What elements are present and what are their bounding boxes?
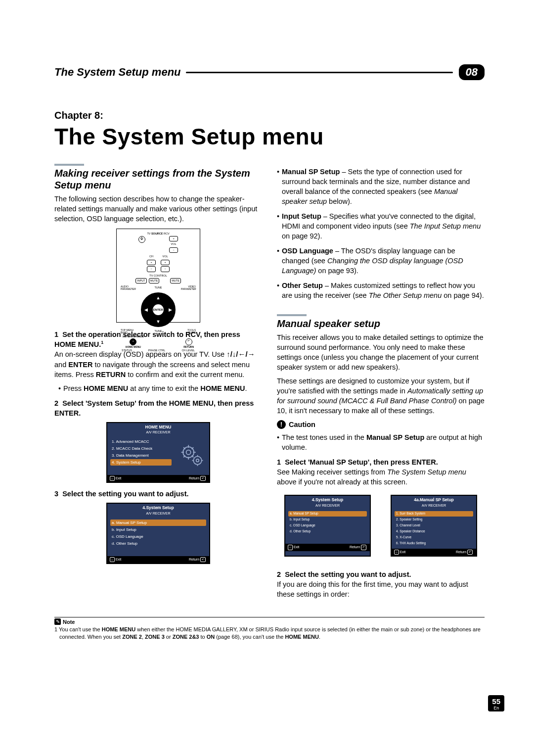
osd-system-setup-small: 4.System Setup A/V RECEIVER a. Manual SP… bbox=[284, 495, 371, 557]
bullet-input-setup: • Input Setup – Specifies what you've co… bbox=[277, 211, 485, 241]
footnote-text: 1 You can't use the HOME MENU when eithe… bbox=[54, 626, 485, 641]
section-title-manual-speaker: Manual speaker setup bbox=[277, 318, 485, 330]
svg-point-3 bbox=[196, 459, 199, 462]
chapter-header: The System Setup menu 08 bbox=[54, 64, 485, 80]
bullet-manual-sp-setup: • Manual SP Setup – Sets the type of con… bbox=[277, 167, 485, 206]
remote-illustration: TV SOURCE RCV ⏻ + VOL − CH + − VOL + bbox=[116, 229, 200, 323]
note-heading: ✎ Note bbox=[54, 618, 485, 625]
caution-bullet: • The test tones used in the Manual SP S… bbox=[277, 432, 485, 452]
step-1-body: An on-screen display (OSD) appears on yo… bbox=[54, 349, 262, 379]
left-column: Making receiver settings from the System… bbox=[54, 164, 262, 603]
navigation-dial: ▲ ▼ ◀ ▶ ENTER bbox=[141, 292, 176, 327]
osd-system-setup: 4.System Setup A/V RECEIVER a. Manual SP… bbox=[106, 503, 210, 564]
arrow-icons: ↑/↓/←/→ bbox=[226, 350, 255, 358]
step-3: 3 Select the setting you want to adjust. bbox=[54, 489, 262, 499]
bullet-osd-language: • OSD Language – The OSD's display langu… bbox=[277, 246, 485, 276]
manual-speaker-p2: These settings are designed to customize… bbox=[277, 376, 485, 416]
section-rule bbox=[277, 314, 307, 316]
page-number-badge: 55 En bbox=[488, 695, 504, 711]
caution-heading: ! Caution bbox=[277, 420, 485, 429]
chapter-number-badge: 08 bbox=[459, 64, 485, 80]
chapter-title: The System Setup menu bbox=[54, 123, 485, 150]
section-title-making-settings: Making receiver settings from the System… bbox=[54, 167, 262, 191]
manual-speaker-p1: This receiver allows you to make detaile… bbox=[277, 332, 485, 372]
svg-point-1 bbox=[186, 450, 190, 454]
step-1-bullet: • Press HOME MENU at any time to exit th… bbox=[58, 383, 262, 393]
right-step-1-body: See Making receiver settings from The Sy… bbox=[277, 467, 485, 487]
gear-icon bbox=[178, 442, 206, 470]
right-step-2: 2 Select the setting you want to adjust. bbox=[277, 569, 485, 579]
right-column: • Manual SP Setup – Sets the type of con… bbox=[277, 164, 485, 603]
svg-point-2 bbox=[193, 456, 202, 465]
bullet-other-setup: • Other Setup – Makes customized setting… bbox=[277, 281, 485, 300]
osd-home-menu: HOME MENU A/V RECEIVER 1. Advanced MCACC… bbox=[106, 422, 210, 483]
step-2: 2 Select 'System Setup' from the HOME ME… bbox=[54, 398, 262, 418]
caution-icon: ! bbox=[277, 420, 286, 429]
note-icon: ✎ bbox=[54, 618, 61, 625]
header-title: The System Setup menu bbox=[54, 66, 181, 79]
osd-manual-sp-setup: 4a.Manual SP Setup A/V RECEIVER 1. Surr … bbox=[391, 495, 477, 557]
power-icon: ⏻ bbox=[138, 236, 145, 243]
right-step-1: 1 Select 'Manual SP Setup', then press E… bbox=[277, 457, 485, 467]
intro-paragraph: The following section describes how to c… bbox=[54, 194, 262, 224]
right-step-2-body: If you are doing this for the first time… bbox=[277, 579, 485, 599]
chapter-label: Chapter 8: bbox=[54, 110, 485, 121]
header-rule bbox=[186, 72, 453, 73]
section-rule bbox=[54, 164, 84, 166]
